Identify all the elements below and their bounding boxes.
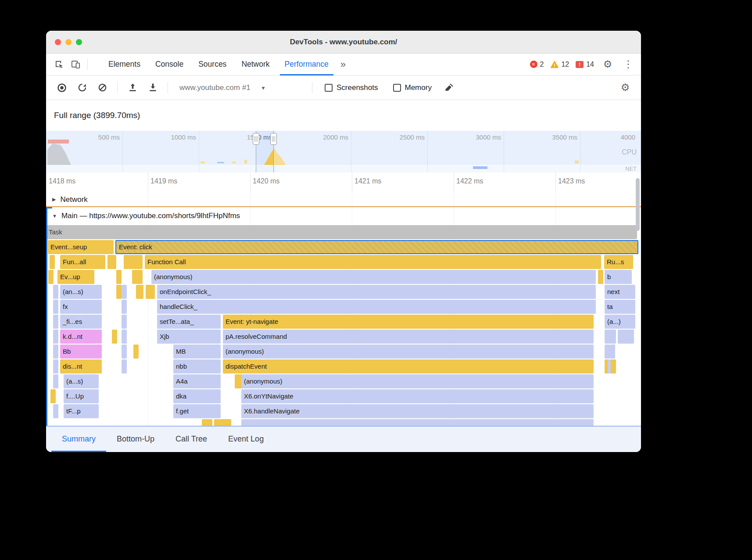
tab-network[interactable]: Network xyxy=(234,54,277,75)
flame-bar-tf-p[interactable]: tF...p xyxy=(64,404,99,418)
flame-bar-anonymous[interactable]: (anonymous) xyxy=(241,374,594,388)
network-track-header[interactable]: ▶ Network xyxy=(46,193,641,207)
flame-bar[interactable] xyxy=(116,270,122,284)
tab-call-tree[interactable]: Call Tree xyxy=(165,427,218,452)
flame-bar-a-s[interactable]: (a...s) xyxy=(64,374,99,388)
flame-bar[interactable] xyxy=(206,419,212,426)
flame-bar-f-get[interactable]: f.get xyxy=(173,404,221,418)
flame-bar[interactable] xyxy=(50,255,55,269)
flame-bar[interactable] xyxy=(53,374,58,388)
main-track-header[interactable]: ▼ Main — https://www.youtube.com/shorts/… xyxy=(46,207,641,225)
flame-bar[interactable] xyxy=(53,330,58,344)
flame-bar-mb[interactable]: MB xyxy=(173,345,221,359)
flame-bar[interactable] xyxy=(50,389,56,403)
flame-bar[interactable] xyxy=(53,345,58,359)
flame-bar-nbb[interactable]: nbb xyxy=(173,359,221,373)
tab-performance[interactable]: Performance xyxy=(277,54,336,75)
flame-bar-task[interactable]: Task xyxy=(46,225,637,239)
flame-bar-dispatchevent[interactable]: dispatchEvent xyxy=(223,359,594,373)
checkbox-box[interactable] xyxy=(325,84,333,92)
selection-handle-right[interactable] xyxy=(270,133,277,145)
flame-bar[interactable] xyxy=(122,315,127,329)
flame-bar[interactable] xyxy=(219,419,231,426)
tab-bottom-up[interactable]: Bottom-Up xyxy=(106,427,165,452)
flame-bar[interactable] xyxy=(605,330,616,344)
flame-bar[interactable] xyxy=(132,270,143,284)
disclosure-expanded-icon[interactable]: ▼ xyxy=(52,213,57,219)
flame-bar[interactable] xyxy=(116,285,122,299)
flame-bar-sette-ata[interactable]: setTe...ata_ xyxy=(157,315,221,329)
flame-bar-fx[interactable]: fx xyxy=(60,300,102,314)
flame-bar-b[interactable]: b xyxy=(605,270,632,284)
flame-bar-onendpointclick[interactable]: onEndpointClick_ xyxy=(157,285,596,299)
tab-summary[interactable]: Summary xyxy=(51,427,106,452)
flame-bar-dis-nt[interactable]: dis...nt xyxy=(60,359,102,373)
flame-bar-x6-handlenavigate[interactable]: X6.handleNavigate xyxy=(241,404,594,418)
close-window-button[interactable] xyxy=(55,39,61,45)
console-warnings-badge[interactable]: ! 12 xyxy=(549,61,570,68)
flame-bar-ta[interactable]: ta xyxy=(605,300,635,314)
load-profile-icon[interactable] xyxy=(124,79,141,97)
flame-bar[interactable] xyxy=(122,359,127,373)
vertical-scrollbar-thumb[interactable] xyxy=(636,178,640,231)
disclosure-collapsed-icon[interactable]: ▶ xyxy=(52,197,56,202)
flame-bar[interactable] xyxy=(122,285,127,299)
flame-bar-event-click[interactable]: Event: click xyxy=(115,240,638,254)
settings-gear-icon[interactable]: ⚙ xyxy=(599,56,616,73)
flame-bar[interactable] xyxy=(53,315,58,329)
flame-bar[interactable] xyxy=(146,285,155,299)
flame-bar[interactable] xyxy=(133,255,143,269)
more-tabs-button[interactable]: » xyxy=(336,59,350,70)
flame-chart[interactable]: TaskEvent...seupEvent: clickFun...allFun… xyxy=(46,225,641,426)
flame-bar[interactable] xyxy=(136,285,143,299)
flame-bar[interactable] xyxy=(605,345,610,359)
flame-bar-fi-es[interactable]: _fi...es xyxy=(60,315,102,329)
flame-bar-a4a[interactable]: A4a xyxy=(173,374,221,388)
flame-bar[interactable] xyxy=(122,345,127,359)
flame-bar[interactable] xyxy=(122,300,127,314)
flame-bar[interactable] xyxy=(53,300,58,314)
device-toolbar-icon[interactable] xyxy=(67,56,84,73)
collect-garbage-icon[interactable] xyxy=(440,79,458,97)
flame-bar-anonymous[interactable]: (anonymous) xyxy=(151,270,596,284)
record-button[interactable] xyxy=(53,79,71,97)
flame-bar[interactable] xyxy=(610,345,615,359)
selection-handle-left[interactable] xyxy=(253,133,259,145)
flame-bar-handleclick[interactable]: handleClick_ xyxy=(157,300,596,314)
flame-bar-f-up[interactable]: f....Up xyxy=(64,389,99,403)
flame-bar-xjb[interactable]: Xjb xyxy=(157,330,221,344)
flame-bar[interactable] xyxy=(53,404,58,418)
flame-bar[interactable] xyxy=(241,419,594,426)
flame-bar[interactable] xyxy=(611,359,616,373)
tab-console[interactable]: Console xyxy=(148,54,191,75)
console-errors-badge[interactable]: ✕ 2 xyxy=(529,61,545,68)
kebab-menu-icon[interactable]: ⋮ xyxy=(620,56,637,73)
flame-bar[interactable] xyxy=(133,345,139,359)
timeline-ruler[interactable]: 1418 ms1419 ms1420 ms1421 ms1422 ms1423 … xyxy=(46,172,641,193)
flame-bar[interactable] xyxy=(122,330,127,344)
flame-bar-an-s[interactable]: (an...s) xyxy=(60,285,102,299)
flame-bar-bb[interactable]: Bb xyxy=(60,345,102,359)
flame-bar-dka[interactable]: dka xyxy=(173,389,221,403)
overview-track[interactable]: CPU NET 500 ms1000 ms1500 ms2000 ms2500 … xyxy=(46,131,641,172)
flame-bar[interactable] xyxy=(48,270,54,284)
checkbox-box[interactable] xyxy=(393,84,401,92)
flame-bar-function-call[interactable]: Function Call xyxy=(145,255,601,269)
flame-bar-anonymous[interactable]: (anonymous) xyxy=(223,345,594,359)
minimize-window-button[interactable] xyxy=(65,39,72,45)
flame-bar[interactable] xyxy=(111,255,116,269)
tab-sources[interactable]: Sources xyxy=(191,54,234,75)
flame-bar-ru-s[interactable]: Ru...s xyxy=(604,255,633,269)
issues-badge[interactable]: ! 14 xyxy=(574,61,595,68)
tab-elements[interactable]: Elements xyxy=(101,54,148,75)
screenshots-checkbox[interactable]: Screenshots xyxy=(325,83,378,92)
flame-bar-next[interactable]: next xyxy=(605,285,635,299)
flame-bar[interactable] xyxy=(53,359,58,373)
reload-and-record-button[interactable] xyxy=(73,79,91,97)
flame-bar[interactable] xyxy=(598,270,603,284)
flame-bar-ev-up[interactable]: Ev...up xyxy=(57,270,94,284)
save-profile-icon[interactable] xyxy=(144,79,161,97)
clear-recording-button[interactable] xyxy=(93,79,111,97)
profile-select[interactable]: www.youtube.com #1 ▾ xyxy=(174,83,306,92)
flame-bar[interactable] xyxy=(53,285,58,299)
